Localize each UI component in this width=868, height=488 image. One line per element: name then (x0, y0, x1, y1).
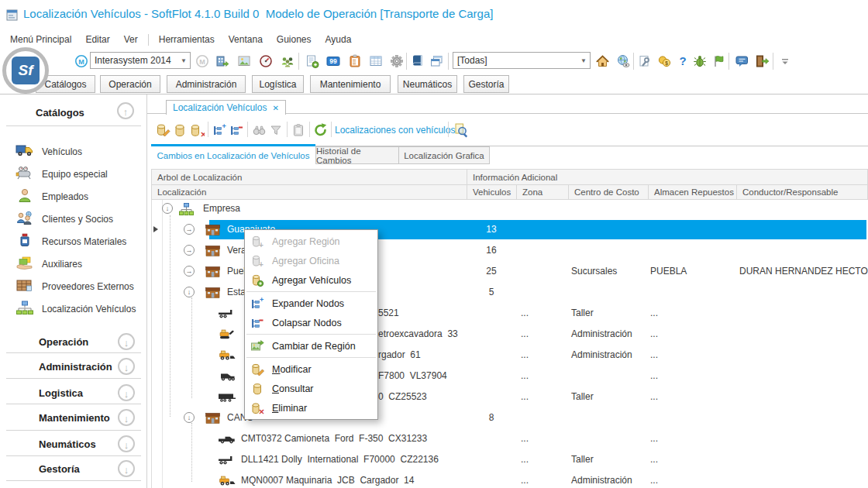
column-header-localizacion[interactable]: Localización (151, 184, 467, 200)
sidebar-item-equipo-especial[interactable]: Equipo especial (0, 163, 146, 186)
modify-button[interactable] (155, 122, 170, 138)
menu-item-agregar-vehiculos[interactable]: Agregar Vehículos (245, 270, 377, 290)
book-icon[interactable] (409, 53, 426, 70)
clipboard-checklist-icon[interactable] (346, 53, 363, 70)
expand-section-button[interactable]: ↓ (118, 409, 135, 426)
expand-section-button[interactable]: ↓ (118, 435, 135, 452)
preview-magnifier-button[interactable] (453, 122, 469, 138)
close-icon[interactable]: ✕ (272, 104, 278, 112)
tab-localizacion-grafica[interactable]: Localización Grafica (398, 146, 490, 164)
gear-icon[interactable] (388, 53, 405, 70)
sidebar-section-neumaticos[interactable]: Neumáticos (39, 435, 96, 454)
expand-section-button[interactable]: ↓ (118, 333, 135, 350)
menu-editar[interactable]: Editar (78, 33, 116, 46)
expand-node-icon[interactable]: → (184, 224, 195, 235)
sidebar-item-proveedores-externos[interactable]: Proveedores Externos (0, 276, 146, 298)
tab-cambios-localizacion[interactable]: Cambios en Localización de Vehículos (151, 146, 315, 165)
chevron-down-icon[interactable]: ▼ (577, 57, 590, 64)
menu-ventana[interactable]: Ventana (222, 33, 270, 46)
tree-row-empresa[interactable]: ↓ Empresa (151, 198, 868, 219)
menu-item-colapsar-nodos[interactable]: Colapsar Nodos (245, 313, 377, 332)
vehicle-row[interactable]: CMT0372 Camioneta Ford F-350 CX31233 ...… (151, 428, 868, 449)
sidebar-section-operacion[interactable]: Operación (39, 333, 88, 352)
gauge-icon[interactable] (257, 53, 274, 70)
ribbon-tab-neumaticos[interactable]: Neumáticos (398, 75, 457, 93)
image-icon[interactable] (236, 53, 253, 70)
tab-historial-cambios[interactable]: Historial de Cambios (315, 146, 399, 164)
column-header-conductor[interactable]: Conductor/Responsable (736, 184, 868, 200)
wrench-page-icon[interactable] (636, 53, 653, 70)
group-header-arbol[interactable]: Arbol de Localización (151, 169, 467, 185)
windows-copy-icon[interactable] (428, 53, 445, 70)
expand-nodes-button[interactable]: + (212, 122, 227, 138)
sidebar-section-logistica[interactable]: Logistica (39, 384, 83, 403)
column-header-zona[interactable]: Zona (516, 184, 569, 200)
scope-combobox[interactable]: [Todas] ▼ (453, 52, 591, 69)
sidebar-item-clientes-socios[interactable]: Clientes y Socios (0, 208, 146, 231)
home-icon[interactable] (594, 53, 611, 70)
vehicle-row[interactable]: DLL1421 Dolly International F70000 CZ221… (151, 449, 868, 470)
collapse-nodes-button[interactable] (229, 122, 244, 138)
sidebar-item-vehiculos[interactable]: Vehículos (0, 141, 146, 163)
sidebar-item-auxiliares[interactable]: Auxiliares (0, 253, 146, 276)
sidebar-section-administracion[interactable]: Administración (39, 358, 112, 376)
menu-item-agregar-region[interactable]: + Agregar Región (245, 232, 377, 251)
menu-ayuda[interactable]: Ayuda (319, 33, 359, 46)
toolbar-overflow-icon[interactable] (777, 53, 794, 70)
ribbon-tab-gestoria[interactable]: Gestoría (463, 75, 509, 93)
group-header-info-adicional[interactable]: Información Adicional (467, 169, 868, 185)
flag-icon[interactable] (710, 53, 727, 70)
sidebar-item-recursos-materiales[interactable]: Recursos Materiales (0, 231, 146, 253)
people-icon[interactable] (279, 53, 296, 70)
company-combobox[interactable]: Interasystem 2014 ▼ (90, 52, 191, 69)
menu-menu-principal[interactable]: Menú Principal (3, 33, 78, 46)
expand-section-button[interactable]: ↓ (118, 384, 135, 401)
badge-99-icon[interactable]: 99 (325, 53, 342, 70)
sidebar-section-gestoria[interactable]: Gestoría (39, 460, 80, 479)
help-icon[interactable]: ? (674, 53, 691, 70)
globe-icon[interactable] (615, 53, 632, 70)
vehicle-row[interactable]: MQN0007 Maquinaria JCB Cargador 14 ... A… (151, 470, 868, 488)
menu-item-modificar[interactable]: Modificar (245, 359, 377, 379)
consult-button[interactable] (172, 122, 188, 138)
expand-node-icon[interactable]: → (184, 245, 195, 256)
expand-node-icon[interactable]: → (184, 266, 195, 277)
module-icon[interactable]: M (73, 53, 90, 70)
ribbon-tab-administracion[interactable]: Administración (167, 75, 246, 93)
bug-icon[interactable] (691, 53, 708, 70)
column-header-vehiculos[interactable]: Vehiculos (467, 184, 517, 200)
column-header-centro-costo[interactable]: Centro de Costo (568, 184, 649, 200)
menu-item-cambiar-de-region[interactable]: Cambiar de Región (245, 336, 377, 356)
menu-herramientas[interactable]: Herramientas (152, 33, 222, 46)
collapse-section-button[interactable]: ↑ (117, 102, 134, 119)
sidebar-item-localizacion-vehiculos[interactable]: Localización Vehículos (0, 298, 146, 321)
menu-item-expander-nodos[interactable]: + Expander Nodos (245, 294, 377, 313)
table-icon[interactable] (367, 53, 384, 70)
chat-icon[interactable] (733, 53, 750, 70)
expand-section-button[interactable]: ↓ (118, 460, 135, 477)
expand-section-button[interactable]: ↓ (118, 358, 135, 375)
ribbon-tab-logistica[interactable]: Logística (252, 75, 304, 93)
menu-item-consultar[interactable]: Consultar (245, 379, 377, 398)
export-building-icon[interactable] (214, 53, 231, 70)
collapse-node-icon[interactable]: ↓ (162, 203, 173, 214)
exit-door-icon[interactable] (753, 53, 770, 70)
chevron-down-icon[interactable]: ▼ (177, 57, 190, 64)
sidebar-item-empleados[interactable]: Empleados (0, 186, 146, 208)
collapse-node-icon[interactable]: ↓ (184, 412, 195, 423)
coins-icon[interactable]: $ (656, 53, 673, 70)
delete-button[interactable]: ✕ (189, 122, 205, 138)
menu-ver[interactable]: Ver (117, 33, 145, 46)
new-document-icon[interactable] (303, 53, 320, 70)
menu-guiones[interactable]: Guiones (270, 33, 319, 46)
document-tab-localizacion-vehiculos[interactable]: Localización Vehículos ✕ (166, 100, 286, 115)
refresh-button[interactable] (313, 122, 329, 138)
ribbon-tab-operacion[interactable]: Operación (100, 75, 160, 93)
localizaciones-con-vehiculos-link[interactable]: Localizaciones con vehículos (335, 125, 455, 136)
sidebar-section-mantenimiento[interactable]: Mantenimiento (39, 409, 110, 428)
ribbon-tab-mantenimiento[interactable]: Mantenimiento (310, 75, 391, 93)
menu-item-eliminar[interactable]: ✕ Eliminar (245, 398, 377, 418)
collapse-node-icon[interactable]: ↓ (184, 287, 195, 297)
menu-item-agregar-oficina[interactable]: + Agregar Oficina (245, 251, 377, 270)
column-header-almacen[interactable]: Almacen Repuestos (648, 184, 737, 200)
